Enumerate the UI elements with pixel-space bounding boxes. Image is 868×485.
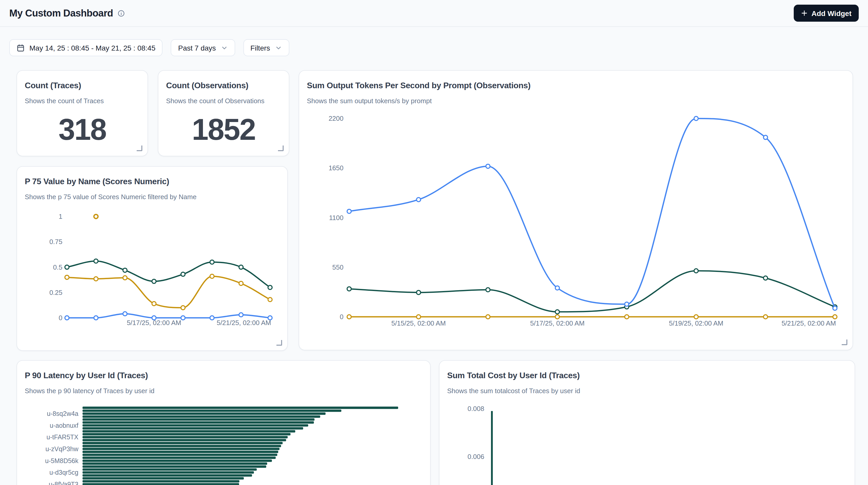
svg-text:1: 1 (59, 213, 62, 220)
svg-text:u-8sq2w4a: u-8sq2w4a (47, 410, 79, 417)
widget-title: Count (Observations) (166, 81, 281, 90)
time-preset-button[interactable]: Past 7 days (171, 39, 235, 56)
widget-tokens-per-second-chart: Sum Output Tokens Per Second by Prompt (… (299, 70, 853, 350)
widget-count-observations: Count (Observations) Shows the count of … (158, 70, 289, 156)
widget-count-traces: Count (Traces) Shows the count of Traces… (17, 70, 148, 156)
svg-text:0.75: 0.75 (49, 238, 62, 246)
svg-text:550: 550 (332, 263, 343, 271)
svg-text:1650: 1650 (329, 164, 343, 172)
widget-p90-latency-chart: P 90 Latency by User Id (Traces) Shows t… (17, 360, 431, 485)
widget-subtitle: Shows the count of Observations (166, 97, 281, 105)
p90-latency-bar-chart: u-8sq2w4au-aobnuxfu-tFAR5TXu-zVqP3hwu-5M… (17, 361, 431, 485)
svg-text:u-tFAR5TX: u-tFAR5TX (46, 433, 79, 441)
date-range-value: May 14, 25 : 08:45 - May 21, 25 : 08:45 (29, 43, 155, 52)
plus-icon (801, 10, 808, 17)
page-title: My Custom Dashboard (9, 7, 113, 19)
svg-text:0.006: 0.006 (467, 453, 484, 460)
widget-total-cost-chart: Sum Total Cost by User Id (Traces) Shows… (439, 360, 855, 485)
svg-text:5/21/25, 02:00 AM: 5/21/25, 02:00 AM (217, 319, 271, 327)
date-range-button[interactable]: May 14, 25 : 08:45 - May 21, 25 : 08:45 (9, 39, 163, 56)
chevron-down-icon (220, 44, 228, 51)
svg-text:u-5M8D56k: u-5M8D56k (45, 457, 79, 464)
total-cost-bar-chart: 0.0080.006 (439, 361, 855, 485)
resize-handle-icon[interactable] (278, 146, 284, 151)
filters-label: Filters (250, 43, 270, 52)
resize-handle-icon[interactable] (842, 339, 847, 345)
top-bar: My Custom Dashboard Add Widget (0, 0, 868, 27)
add-widget-label: Add Widget (811, 9, 851, 17)
svg-text:u-aobnuxf: u-aobnuxf (50, 422, 79, 429)
svg-text:5/19/25, 02:00 AM: 5/19/25, 02:00 AM (669, 320, 723, 327)
kpi-value: 1852 (158, 112, 289, 147)
filters-button[interactable]: Filters (243, 39, 289, 56)
resize-handle-icon[interactable] (276, 340, 282, 346)
filter-toolbar: May 14, 25 : 08:45 - May 21, 25 : 08:45 … (9, 39, 289, 56)
svg-text:u-8fVa9T3: u-8fVa9T3 (49, 481, 79, 485)
widget-title: Count (Traces) (25, 81, 140, 90)
kpi-value: 318 (17, 112, 148, 147)
widget-subtitle: Shows the count of Traces (25, 97, 140, 105)
svg-text:2200: 2200 (329, 115, 343, 122)
svg-text:0: 0 (340, 313, 343, 321)
svg-text:u-d3qr5cg: u-d3qr5cg (49, 469, 79, 476)
svg-text:0: 0 (59, 314, 62, 322)
dashboard-page: My Custom Dashboard Add Widget May 14, 2… (0, 0, 868, 485)
tokens-per-second-line-chart: 05501100165022005/15/25, 02:00 AM5/17/25… (299, 71, 853, 350)
svg-text:0.25: 0.25 (49, 289, 62, 296)
svg-text:0.5: 0.5 (53, 263, 62, 271)
svg-text:5/17/25, 02:00 AM: 5/17/25, 02:00 AM (530, 320, 585, 327)
widget-p75-scores-chart: P 75 Value by Name (Scores Numeric) Show… (17, 166, 288, 351)
svg-text:1100: 1100 (329, 214, 343, 222)
calendar-icon (17, 43, 25, 52)
svg-text:u-zVqP3hw: u-zVqP3hw (45, 445, 79, 453)
add-widget-button[interactable]: Add Widget (794, 5, 859, 22)
svg-text:5/15/25, 02:00 AM: 5/15/25, 02:00 AM (392, 320, 446, 327)
svg-text:0.008: 0.008 (467, 405, 484, 413)
p75-scores-line-chart: 00.250.50.7515/17/25, 02:00 AM5/21/25, 0… (17, 166, 288, 351)
chevron-down-icon (275, 44, 282, 51)
info-icon[interactable] (118, 9, 125, 17)
time-preset-value: Past 7 days (178, 43, 216, 52)
resize-handle-icon[interactable] (137, 146, 142, 151)
svg-text:5/21/25, 02:00 AM: 5/21/25, 02:00 AM (782, 320, 836, 327)
